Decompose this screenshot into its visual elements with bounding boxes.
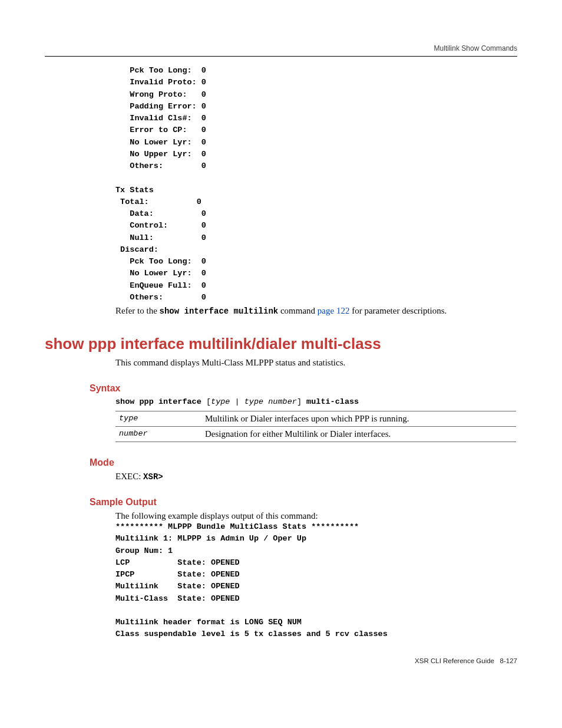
mode-line: EXEC: XSR> [115, 472, 517, 482]
cli-output-top: Pck Too Long: 0 Invalid Proto: 0 Wrong P… [115, 65, 517, 304]
refer-command: show interface multilink [160, 307, 279, 316]
page: Multilink Show Commands Pck Too Long: 0 … [0, 0, 562, 694]
syntax-type: type [211, 397, 230, 406]
syntax-bracket-close: ] [297, 397, 302, 406]
refer-link[interactable]: page 122 [318, 306, 350, 315]
mode-value: XSR> [143, 472, 163, 482]
syntax-cmd: show ppp interface [115, 397, 206, 406]
refer-paragraph: Refer to the show interface multilink co… [115, 306, 517, 316]
refer-prefix: Refer to the [115, 306, 160, 315]
table-row: type Multilink or Dialer interfaces upon… [115, 411, 516, 427]
sample-intro: The following example displays output of… [115, 511, 517, 521]
table-row: number Designation for either Multilink … [115, 427, 516, 442]
section-syntax: Syntax [90, 383, 517, 394]
syntax-multi-class: multi-class [302, 397, 359, 406]
syntax-type-number: type number [244, 397, 297, 406]
footer-page-number: 8-127 [500, 657, 517, 664]
page-header-right: Multilink Show Commands [45, 44, 517, 56]
param-desc: Designation for either Multilink or Dial… [201, 427, 516, 442]
refer-suffix: for parameter descriptions. [349, 306, 447, 315]
param-desc: Multilink or Dialer interfaces upon whic… [201, 411, 516, 427]
syntax-usage: show ppp interface [type | type number] … [115, 397, 517, 406]
refer-mid: command [278, 306, 318, 315]
header-rule [45, 56, 517, 57]
syntax-bracket-open: [ [206, 397, 211, 406]
parameter-table: type Multilink or Dialer interfaces upon… [115, 411, 516, 442]
param-name: number [115, 427, 201, 442]
section-sample-output: Sample Output [90, 497, 517, 508]
command-title: show ppp interface multilink/dialer mult… [45, 335, 517, 353]
param-name: type [115, 411, 201, 427]
footer-doc-title: XSR CLI Reference Guide [415, 657, 494, 664]
section-mode: Mode [90, 457, 517, 468]
cli-sample-output: ********** MLPPP Bundle MultiClass Stats… [115, 521, 517, 641]
page-footer: XSR CLI Reference Guide 8-127 [45, 657, 517, 664]
command-intro: This command displays Multi-Class MLPPP … [115, 358, 517, 368]
mode-label: EXEC: [115, 472, 143, 481]
syntax-pipe: | [230, 397, 244, 406]
